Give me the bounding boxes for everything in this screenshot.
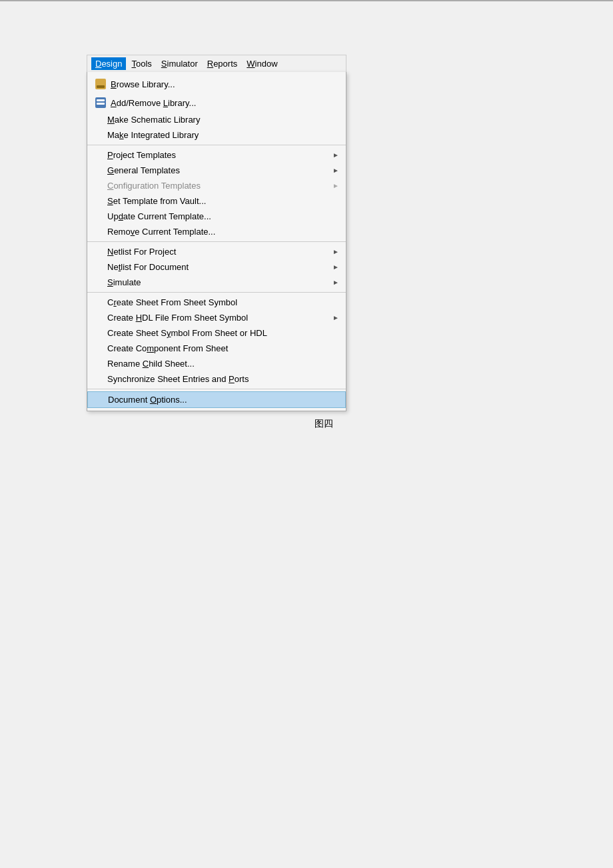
menu-item-simulate[interactable]: Simulate ► — [87, 275, 346, 290]
simulate-label: Simulate — [107, 277, 141, 287]
synchronize-label: Synchronize Sheet Entries and Ports — [107, 374, 249, 384]
configuration-templates-label: Configuration Templates — [107, 181, 201, 191]
menubar-label-simulator: Simulator — [161, 59, 198, 69]
menubar-item-tools[interactable]: Tools — [127, 57, 155, 70]
menu-item-rename-child[interactable]: Rename Child Sheet... — [87, 356, 346, 371]
menu-item-make-schematic[interactable]: Make Schematic Library — [87, 112, 346, 127]
menu-item-set-template[interactable]: Set Template from Vault... — [87, 193, 346, 209]
menu-item-create-component[interactable]: Create Component From Sheet — [87, 341, 346, 356]
menu-item-netlist-document[interactable]: Netlist For Document ► — [87, 259, 346, 275]
menu-item-create-sheet-from-symbol[interactable]: Create Sheet From Sheet Symbol — [87, 295, 346, 310]
browse-library-icon — [94, 77, 107, 91]
configuration-templates-arrow: ► — [332, 182, 339, 189]
menubar-label-tools: Tools — [131, 59, 151, 69]
general-templates-arrow: ► — [332, 167, 339, 174]
simulate-arrow: ► — [332, 279, 339, 286]
menubar-label-design: Design — [95, 59, 122, 69]
menu-item-general-templates[interactable]: General Templates ► — [87, 163, 346, 178]
menu-item-browse-library[interactable]: Browse Library... — [87, 75, 346, 93]
menu-item-add-remove-library[interactable]: Add/Remove Library... — [87, 93, 346, 112]
menubar-item-simulator[interactable]: Simulator — [157, 57, 202, 70]
menu-item-configuration-templates: Configuration Templates ► — [87, 178, 346, 193]
netlist-project-label: Netlist For Project — [107, 247, 176, 257]
dropdown-menu: Browse Library... Add/Remove Library... … — [87, 72, 346, 411]
project-templates-arrow: ► — [332, 151, 339, 159]
netlist-document-arrow: ► — [332, 263, 339, 271]
netlist-document-label: Netlist For Document — [107, 262, 189, 272]
menu-item-synchronize[interactable]: Synchronize Sheet Entries and Ports — [87, 371, 346, 387]
menu-item-create-sheet-symbol[interactable]: Create Sheet Symbol From Sheet or HDL — [87, 325, 346, 341]
menubar-item-window[interactable]: Window — [243, 57, 281, 70]
add-remove-library-icon — [94, 96, 107, 109]
menu-item-update-template[interactable]: Update Current Template... — [87, 209, 346, 224]
create-hdl-label: Create HDL File From Sheet Symbol — [107, 313, 248, 323]
menu-item-create-hdl[interactable]: Create HDL File From Sheet Symbol ► — [87, 310, 346, 325]
make-schematic-label: Make Schematic Library — [107, 115, 200, 125]
general-templates-label: General Templates — [107, 165, 180, 175]
menu-item-remove-template[interactable]: Remove Current Template... — [87, 224, 346, 239]
browse-library-label: Browse Library... — [111, 79, 175, 89]
menu-bar: Design Tools Simulator Reports Window — [87, 55, 346, 72]
divider-2 — [87, 241, 346, 242]
rename-child-label: Rename Child Sheet... — [107, 359, 195, 369]
document-options-label: Document Options... — [108, 395, 187, 405]
create-hdl-arrow: ► — [332, 314, 339, 321]
project-templates-label: Project Templates — [107, 150, 176, 160]
menubar-item-reports[interactable]: Reports — [203, 57, 242, 70]
set-template-label: Set Template from Vault... — [107, 196, 206, 206]
divider-3 — [87, 292, 346, 293]
menu-container: Design Tools Simulator Reports Window Br… — [87, 55, 346, 430]
make-integrated-label: Make Integrated Library — [107, 130, 199, 140]
create-sheet-symbol-label: Create Sheet Symbol From Sheet or HDL — [107, 328, 267, 338]
menu-item-project-templates[interactable]: Project Templates ► — [87, 147, 346, 163]
menu-item-netlist-project[interactable]: Netlist For Project ► — [87, 244, 346, 259]
menu-item-document-options[interactable]: Document Options... — [87, 391, 346, 408]
divider-4 — [87, 389, 346, 389]
divider-1 — [87, 145, 346, 145]
netlist-project-arrow: ► — [332, 248, 339, 255]
menubar-label-reports: Reports — [207, 59, 238, 69]
add-remove-library-label: Add/Remove Library... — [111, 98, 196, 108]
menu-item-make-integrated[interactable]: Make Integrated Library — [87, 127, 346, 143]
create-sheet-from-symbol-label: Create Sheet From Sheet Symbol — [107, 297, 237, 307]
create-component-label: Create Component From Sheet — [107, 343, 228, 353]
update-template-label: Update Current Template... — [107, 211, 211, 221]
menubar-label-window: Window — [247, 59, 277, 69]
menubar-item-design[interactable]: Design — [91, 57, 126, 70]
caption-text: 图四 — [87, 418, 333, 430]
remove-template-label: Remove Current Template... — [107, 227, 215, 237]
